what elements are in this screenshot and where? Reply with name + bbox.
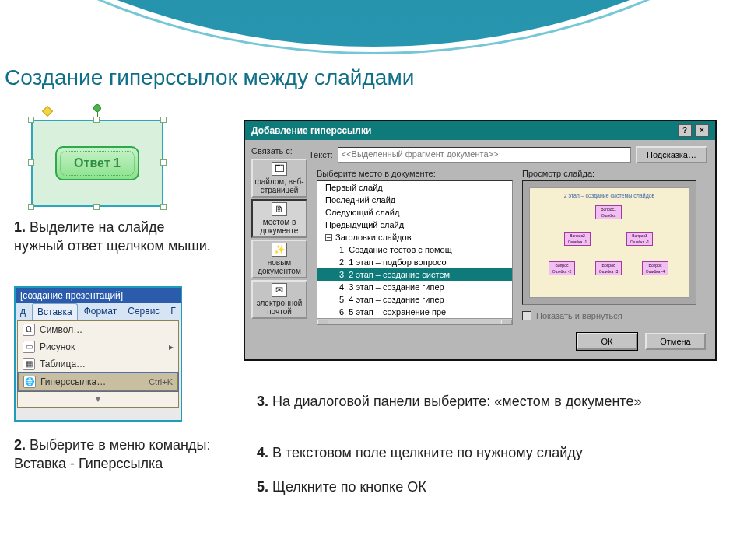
horizontal-scrollbar[interactable]: [317, 318, 512, 325]
step-1: 1. Выделите на слайде нужный ответ щелчк…: [14, 218, 216, 256]
step-3: 3. На диалоговой панели выберите: «место…: [257, 392, 693, 411]
step-4: 4. В текстовом поле щелкните по нужному …: [257, 443, 693, 462]
adjust-handle-icon: [42, 106, 53, 117]
menu-expand[interactable]: ▾: [18, 391, 178, 407]
link-target-file[interactable]: 🗔файлом, веб-страницей: [251, 159, 307, 198]
help-button[interactable]: ?: [678, 124, 692, 137]
newdoc-icon: ✨: [272, 243, 287, 257]
collapse-icon[interactable]: −: [325, 234, 332, 241]
preview-label: Просмотр слайда:: [522, 169, 594, 178]
tree-slide-3[interactable]: 3. 2 этап – создание систем: [317, 268, 512, 281]
tree-slide-1[interactable]: 1. Создание тестов с помощ: [317, 243, 512, 256]
table-icon: ▦: [23, 358, 35, 370]
preview-node: Вопрос Ошибка -3: [595, 261, 622, 275]
webpage-icon: 🗔: [272, 162, 287, 176]
cancel-button[interactable]: Отмена: [645, 333, 706, 350]
dialog-title: Добавление гиперссылки: [251, 125, 371, 136]
tree-slide-4[interactable]: 4. 3 этап – создание гипер: [317, 281, 512, 293]
app-title: [создание презентаций]: [16, 288, 181, 303]
link-with-label: Связать с:: [251, 146, 307, 156]
answer-button[interactable]: Ответ 1: [55, 146, 139, 180]
close-button[interactable]: ×: [695, 124, 709, 137]
menu-tab[interactable]: д: [16, 303, 30, 320]
menu-tab-format[interactable]: Формат: [79, 303, 122, 320]
insert-menu-dropdown: ΩСимвол… ▭Рисунок▸ ▦Таблица… 🌐Гиперссылк…: [17, 320, 179, 408]
dialog-titlebar: Добавление гиперссылки ? ×: [245, 121, 715, 140]
rotate-handle-icon: [93, 104, 101, 112]
preview-node: Вопрос Ошибка -2: [549, 261, 575, 275]
answer-selection-preview: Ответ 1: [31, 120, 163, 207]
tree-slide-2[interactable]: 2. 1 этап – подбор вопросо: [317, 256, 512, 268]
link-target-newdoc[interactable]: ✨новым документом: [251, 240, 307, 278]
preview-node: Вопрос1 Ошибка: [595, 205, 622, 219]
hint-button[interactable]: Подсказка…: [636, 146, 707, 163]
email-icon: ✉: [272, 283, 287, 297]
menu-tab[interactable]: Г: [166, 303, 181, 320]
preview-node: Вопрос3 Ошибка -1: [626, 232, 653, 246]
page-title: Создание гиперссылок между слайдами: [5, 65, 414, 90]
menu-item-table[interactable]: ▦Таблица…: [18, 355, 178, 373]
step-2: 2. Выберите в меню команды:Вставка - Гип…: [14, 436, 216, 474]
preview-node: Вопрос2 Ошибка -1: [564, 232, 591, 246]
menu-tab-service[interactable]: Сервис: [123, 303, 164, 320]
menu-item-symbol[interactable]: ΩСимвол…: [18, 321, 178, 338]
tree-item-last[interactable]: Последний слайд: [317, 194, 512, 206]
preview-node: Вопрос Ошибка -4: [642, 261, 668, 275]
show-return-checkbox[interactable]: [522, 311, 531, 320]
tree-item-first[interactable]: Первый слайд: [317, 181, 512, 194]
menu-item-hyperlink[interactable]: 🌐Гиперссылка…Ctrl+K: [18, 373, 178, 391]
tree-label: Выберите место в документе:: [317, 169, 436, 178]
tree-slide-6[interactable]: 6. 5 этап – сохранение пре: [317, 306, 512, 318]
submenu-arrow-icon: ▸: [169, 341, 174, 352]
globe-icon: 🌐: [23, 376, 36, 388]
menu-tab-insert[interactable]: Вставка: [32, 303, 78, 320]
location-tree[interactable]: Первый слайд Последний слайд Следующий с…: [317, 180, 513, 325]
tree-item-prev[interactable]: Предыдущий слайд: [317, 219, 512, 231]
hyperlink-dialog: Добавление гиперссылки ? × Связать с: 🗔ф…: [244, 120, 717, 361]
tree-item-next[interactable]: Следующий слайд: [317, 206, 512, 219]
menu-bar: д Вставка Формат Сервис Г: [16, 303, 181, 320]
menu-item-picture[interactable]: ▭Рисунок▸: [18, 338, 178, 355]
text-label: Текст:: [309, 150, 333, 159]
show-return-label: Показать и вернуться: [536, 311, 622, 320]
tree-item-titles[interactable]: −Заголовки слайдов: [317, 231, 512, 243]
picture-icon: ▭: [23, 341, 35, 353]
insert-menu-screenshot: [создание презентаций] д Вставка Формат …: [14, 286, 182, 422]
step-5: 5. Щелкните по кнопке ОК: [257, 478, 693, 496]
preview-slide-title: 2 этап – создание системы слайдов: [530, 193, 689, 198]
link-target-place[interactable]: 🗎местом в документе: [251, 199, 307, 238]
tree-slide-5[interactable]: 5. 4 этап – создание гипер: [317, 293, 512, 306]
shortcut-label: Ctrl+K: [149, 377, 173, 387]
symbol-icon: Ω: [23, 324, 35, 336]
slide-preview: 2 этап – создание системы слайдов Вопрос…: [522, 180, 696, 305]
link-target-email[interactable]: ✉электронной почтой: [251, 280, 307, 319]
document-icon: 🗎: [272, 202, 287, 216]
text-field[interactable]: <<Выделенный фрагмент документа>>: [338, 147, 631, 163]
ok-button[interactable]: ОК: [577, 333, 637, 350]
